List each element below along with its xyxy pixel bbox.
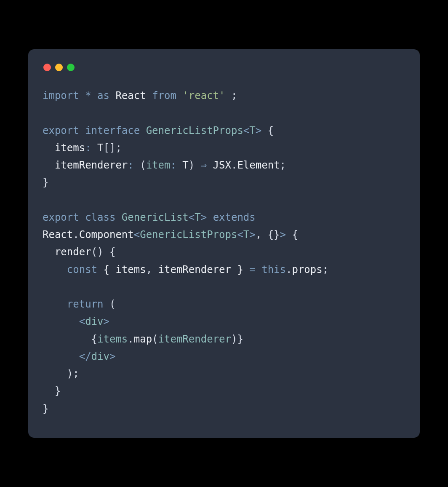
code-window: import * as React from 'react' ; export … (28, 49, 420, 438)
close-icon[interactable] (43, 64, 51, 71)
window-titlebar (43, 62, 405, 80)
zoom-icon[interactable] (67, 64, 75, 71)
code-editor-content[interactable]: import * as React from 'react' ; export … (43, 87, 405, 417)
minimize-icon[interactable] (55, 64, 63, 71)
